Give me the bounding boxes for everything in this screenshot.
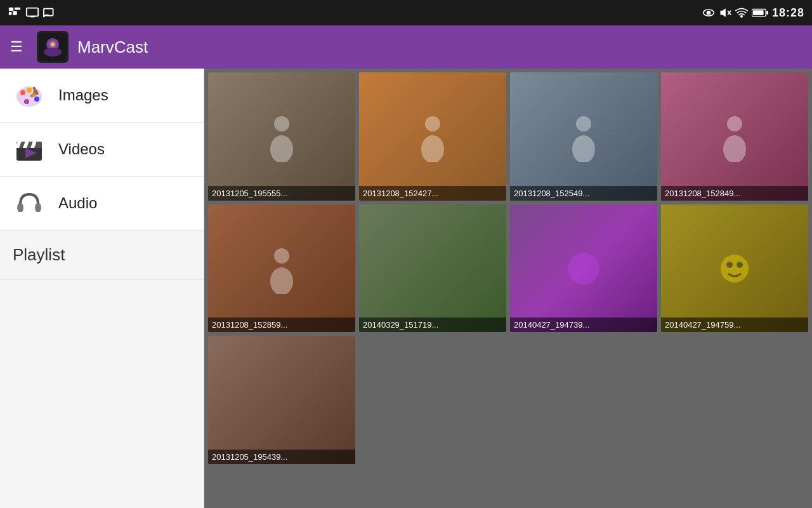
playlist-label: Playlist [13,245,65,265]
svg-point-24 [27,88,32,93]
thumbnail-label: 20131205_195439... [208,450,355,464]
svg-point-48 [274,248,289,264]
svg-point-13 [741,16,743,18]
svg-point-53 [737,262,743,268]
sidebar-item-audio[interactable]: Audio [0,177,204,231]
svg-point-45 [572,135,595,162]
videos-icon [13,133,46,166]
svg-rect-16 [766,11,768,15]
app-bar: ☰ MarvCast [0,25,812,69]
cast-icon [43,6,57,20]
thumbnail-bg [661,72,808,201]
svg-rect-1 [15,8,20,10]
thumbnail-item[interactable]: 20140427_194759... [661,204,808,333]
thumbnail-item[interactable]: 20131208_152427... [359,72,506,201]
thumbnail-label: 20131208_152549... [510,186,657,201]
thumbnail-item[interactable]: 20131208_152849... [661,72,808,201]
thumbnail-label: 20140427_194759... [661,318,808,332]
thumbnail-label: 20131208_152427... [359,186,506,201]
main-layout: Images Videos [0,69,812,508]
battery-icon [752,8,768,17]
thumbnail-bg [208,336,355,464]
sidebar: Images Videos [0,69,204,508]
svg-rect-4 [27,8,38,17]
svg-point-43 [421,135,444,162]
thumbnail-label: 20140427_194739... [510,318,657,332]
svg-point-51 [721,255,749,283]
audio-icon [13,187,46,220]
svg-marker-10 [720,8,725,17]
wifi-icon [735,6,748,19]
svg-point-21 [51,43,55,46]
svg-rect-2 [9,12,12,15]
content-area: 20131205_195555... 20131208_152427... 20… [204,69,812,508]
svg-point-44 [576,116,591,131]
hamburger-button[interactable]: ☰ [10,39,23,55]
svg-point-9 [707,11,710,15]
svg-point-38 [17,203,23,212]
images-label: Images [58,86,108,104]
app-logo [37,31,69,63]
status-right-icons: 18:28 [702,6,804,20]
thumbnail-item[interactable]: 20131205_195555... [208,72,355,201]
thumbnail-item[interactable]: 20140427_194739... [510,204,657,333]
svg-rect-6 [44,9,53,16]
thumbnail-item[interactable]: 20131208_152549... [510,72,657,201]
svg-point-27 [24,99,29,104]
sidebar-item-playlist[interactable]: Playlist [0,231,204,280]
thumbnail-grid: 20131205_195555... 20131208_152427... 20… [208,72,808,464]
svg-point-47 [723,135,746,162]
thumbnail-bg [208,72,355,201]
mute-icon [719,6,731,19]
sidebar-item-images[interactable]: Images [0,69,204,123]
svg-point-41 [270,135,293,162]
thumbnail-bg [510,72,657,201]
status-bar: 18:28 [0,0,812,25]
notification-icon [8,6,22,20]
videos-label: Videos [58,140,105,158]
status-left-icons [8,6,57,20]
svg-rect-15 [753,10,764,15]
svg-point-23 [20,90,25,95]
time-display: 18:28 [772,6,804,20]
svg-point-42 [425,116,440,131]
thumbnail-label: 20131208_152849... [661,186,808,201]
app-title: MarvCast [77,37,148,57]
svg-rect-3 [13,11,16,15]
svg-point-50 [568,253,599,284]
svg-point-26 [34,97,39,102]
svg-point-49 [270,267,293,294]
thumbnail-label: 20131205_195555... [208,186,355,201]
thumbnail-label: 20131208_152859... [208,318,355,332]
svg-point-52 [726,262,733,268]
thumbnail-bg [661,204,808,333]
svg-point-19 [44,48,62,57]
thumbnail-label: 20140329_151719... [359,318,506,332]
svg-point-39 [35,203,41,212]
audio-label: Audio [58,194,97,212]
sidebar-item-videos[interactable]: Videos [0,123,204,177]
svg-rect-5 [30,17,34,18]
svg-point-46 [727,116,742,131]
svg-point-40 [274,116,289,131]
eye-icon [702,6,715,19]
thumbnail-bg [359,72,506,201]
screen-icon [25,6,39,20]
thumbnail-item[interactable]: 20140329_151719... [359,204,506,333]
thumbnail-bg [359,204,506,333]
thumbnail-bg [510,204,657,333]
thumbnail-bg [208,204,355,333]
thumbnail-item[interactable]: 20131205_195439... [208,336,355,464]
thumbnail-item[interactable]: 20131208_152859... [208,204,355,333]
images-icon [13,79,46,112]
svg-rect-0 [9,8,13,11]
